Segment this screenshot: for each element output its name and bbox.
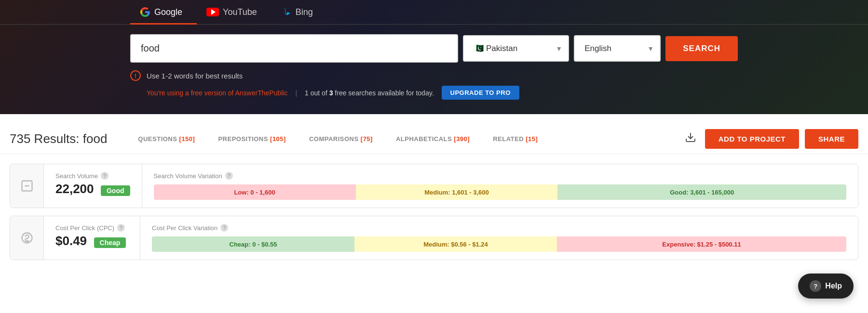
country-select-wrap: 🇵🇰 Pakistan 🇺🇸 United States 🇬🇧 United K… xyxy=(463,35,569,62)
search-volume-variation-help[interactable]: ? xyxy=(225,172,233,180)
google-icon xyxy=(140,7,150,17)
help-circle-icon: ? xyxy=(810,280,821,292)
cpc-variation-col: Cost Per Click Variation ? Cheap: 0 - $0… xyxy=(140,216,858,260)
bar-medium: Medium: 1,601 - 3,600 xyxy=(356,184,558,200)
searches-available-text: 1 out of 3 free searches available for t… xyxy=(305,89,434,97)
search-volume-variation-col: Search Volume Variation ? Low: 0 - 1,600… xyxy=(142,164,858,208)
bing-icon xyxy=(281,7,292,17)
results-title: 735 Results: food xyxy=(10,131,107,146)
search-volume-value-row: 22,200 Good xyxy=(55,182,130,196)
stats-section: Search Volume ? 22,200 Good Search Volum… xyxy=(0,154,868,270)
bar-low: Low: 0 - 1,600 xyxy=(154,184,356,200)
search-volume-icon xyxy=(20,179,34,193)
results-count-prefix: 735 Results: xyxy=(10,131,83,146)
search-volume-badge: Good xyxy=(101,185,130,196)
results-nav-tabs: QUESTIONS [150] PREPOSITIONS [105] COMPA… xyxy=(126,131,672,146)
cpc-variation-help[interactable]: ? xyxy=(220,224,228,232)
cpc-variation-bar: Cheap: 0 - $0.55 Medium: $0.56 - $1.24 E… xyxy=(152,236,846,252)
comparisons-count: [75] xyxy=(361,135,373,143)
share-button[interactable]: SHARE xyxy=(805,129,858,149)
cpc-value: $0.49 xyxy=(55,234,87,248)
add-to-project-button[interactable]: ADD TO PROJECT xyxy=(705,129,799,149)
nav-tab-questions[interactable]: QUESTIONS [150] xyxy=(126,131,206,146)
search-volume-variation-label: Search Volume Variation ? xyxy=(154,172,846,180)
free-version-text: You're using a free version of AnswerThe… xyxy=(147,89,287,97)
results-keyword: food xyxy=(83,131,108,146)
help-label: Help xyxy=(825,282,842,290)
nav-tab-related[interactable]: RELATED [15] xyxy=(481,131,549,146)
tab-youtube[interactable]: YouTube xyxy=(197,0,271,24)
cpc-icon-col xyxy=(10,216,44,260)
search-volume-help[interactable]: ? xyxy=(101,172,108,180)
divider: | xyxy=(295,89,297,97)
questions-count: [150] xyxy=(179,135,195,143)
search-area: 🇵🇰 Pakistan 🇺🇸 United States 🇬🇧 United K… xyxy=(0,25,868,100)
search-volume-card: Search Volume ? 22,200 Good Search Volum… xyxy=(10,164,858,208)
search-button[interactable]: SEARCH xyxy=(665,36,738,61)
search-volume-icon-col xyxy=(10,164,44,208)
search-input[interactable] xyxy=(130,34,458,63)
info-row: ! Use 1-2 words for best results xyxy=(130,70,738,81)
free-version-row: You're using a free version of AnswerThe… xyxy=(130,86,738,100)
youtube-icon xyxy=(206,8,219,16)
search-volume-label: Search Volume ? xyxy=(55,172,130,180)
alphabeticals-count: [390] xyxy=(454,135,470,143)
results-header: 735 Results: food QUESTIONS [150] PREPOS… xyxy=(0,124,868,154)
info-icon: ! xyxy=(130,70,141,81)
upgrade-to-pro-button[interactable]: UPGRADE TO PRO xyxy=(442,86,519,100)
cpc-card: Cost Per Click (CPC) ? $0.49 Cheap Cost … xyxy=(10,216,858,260)
nav-tab-prepositions[interactable]: PREPOSITIONS [105] xyxy=(206,131,298,146)
cpc-variation-label: Cost Per Click Variation ? xyxy=(152,224,846,232)
tip-text: Use 1-2 words for best results xyxy=(147,72,243,80)
language-select-wrap: English Urdu French ▼ xyxy=(574,35,661,62)
bar-cheap: Cheap: 0 - $0.55 xyxy=(152,236,354,252)
bar-good: Good: 3,601 - 165,000 xyxy=(557,184,846,200)
download-icon xyxy=(685,131,696,143)
results-section: 735 Results: food QUESTIONS [150] PREPOS… xyxy=(0,114,868,270)
tab-google-label: Google xyxy=(154,7,182,17)
actions-right: ADD TO PROJECT SHARE xyxy=(682,129,858,149)
search-input-wrap xyxy=(130,34,458,63)
cpc-label: Cost Per Click (CPC) ? xyxy=(55,224,128,232)
related-count: [15] xyxy=(526,135,538,143)
cpc-icon xyxy=(20,231,34,245)
tabs-bar: Google YouTube Bing xyxy=(0,0,868,25)
tab-youtube-label: YouTube xyxy=(223,7,257,17)
nav-tab-comparisons[interactable]: COMPARISONS [75] xyxy=(298,131,384,146)
search-volume-value-col: Search Volume ? 22,200 Good xyxy=(44,164,142,208)
cpc-value-col: Cost Per Click (CPC) ? $0.49 Cheap xyxy=(44,216,140,260)
download-button[interactable] xyxy=(682,129,699,149)
cpc-help[interactable]: ? xyxy=(117,224,125,232)
language-select[interactable]: English Urdu French xyxy=(574,35,661,62)
prepositions-count: [105] xyxy=(270,135,286,143)
search-volume-value: 22,200 xyxy=(55,182,94,196)
cpc-value-row: $0.49 Cheap xyxy=(55,234,128,248)
country-select[interactable]: 🇵🇰 Pakistan 🇺🇸 United States 🇬🇧 United K… xyxy=(463,35,569,62)
tab-bing-label: Bing xyxy=(296,7,313,17)
bar-expensive: Expensive: $1.25 - $500.11 xyxy=(557,236,846,252)
cpc-badge: Cheap xyxy=(94,237,126,248)
search-volume-variation-bar: Low: 0 - 1,600 Medium: 1,601 - 3,600 Goo… xyxy=(154,184,846,200)
help-fab-button[interactable]: ? Help xyxy=(798,274,854,299)
tab-google[interactable]: Google xyxy=(130,0,197,24)
search-row: 🇵🇰 Pakistan 🇺🇸 United States 🇬🇧 United K… xyxy=(130,34,738,63)
top-section: Google YouTube Bing 🇵🇰 Pakistan 🇺🇸 Unite… xyxy=(0,0,868,114)
tab-bing[interactable]: Bing xyxy=(271,0,327,24)
nav-tab-alphabeticals[interactable]: ALPHABETICALS [390] xyxy=(384,131,481,146)
bar-medium-cpc: Medium: $0.56 - $1.24 xyxy=(354,236,557,252)
